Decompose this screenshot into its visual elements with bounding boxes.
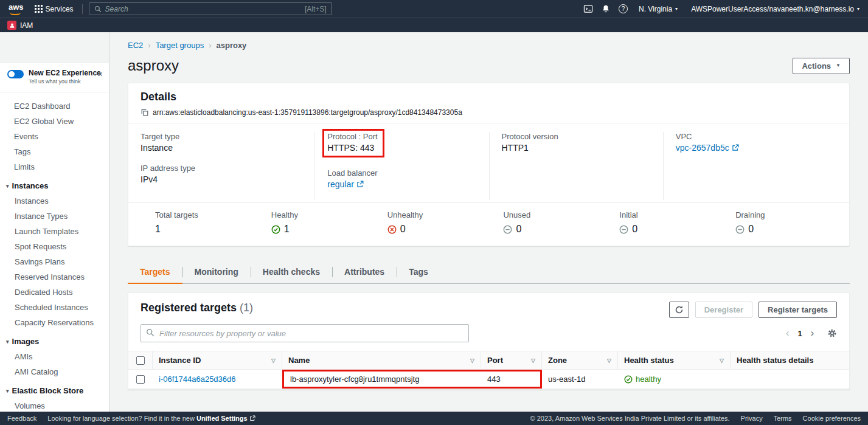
sidebar-section-elastic-block-store[interactable]: ▾ Elastic Block Store (0, 382, 109, 398)
breadcrumb-current: asproxy (216, 41, 246, 50)
tab-targets[interactable]: Targets (128, 261, 182, 284)
next-page-icon[interactable]: › (811, 328, 814, 338)
notifications-bell-icon[interactable] (602, 4, 610, 13)
breadcrumb-ec2[interactable]: EC2 (128, 41, 143, 50)
new-experience-panel: New EC2 Experience Tell us what you thin… (0, 63, 109, 92)
sidebar-item-volumes[interactable]: Volumes (0, 398, 109, 412)
copy-icon[interactable] (141, 108, 149, 117)
registered-targets-card: Registered targets (1) Deregister Regist… (128, 292, 850, 390)
chevron-down-icon: ▼ (836, 63, 841, 68)
sidebar-item-reserved-instances[interactable]: Reserved Instances (0, 269, 109, 285)
registered-targets-title: Registered targets (1) (141, 302, 253, 314)
services-grid-icon (35, 5, 43, 13)
field-protocol-port: Protocol : Port HTTPS: 443 (327, 132, 479, 157)
aws-logo[interactable]: aws (6, 3, 26, 15)
tab-tags[interactable]: Tags (397, 261, 440, 283)
column-label: Zone (548, 356, 567, 365)
row-checkbox[interactable] (136, 375, 145, 384)
load-balancer-link[interactable]: regular (327, 179, 364, 189)
previous-page-icon[interactable]: ‹ (786, 328, 789, 338)
sidebar-item-amis[interactable]: AMIs (0, 349, 109, 364)
target-zone-cell: us-east-1d (542, 370, 618, 389)
feedback-link[interactable]: Feedback (7, 415, 36, 422)
chevron-down-icon: ▾ (6, 388, 9, 394)
select-all-checkbox[interactable] (136, 356, 145, 365)
sidebar-top-spacer (0, 32, 109, 63)
column-header-zone[interactable]: Zone ▽ (542, 351, 618, 369)
field-label: VPC (676, 132, 827, 141)
sidebar-item-ec2-global-view[interactable]: EC2 Global View (0, 114, 109, 129)
actions-button[interactable]: Actions ▼ (793, 58, 850, 74)
column-header-health-status[interactable]: Health status ▽ (618, 351, 731, 369)
annotation-box-protocol-port: Protocol : Port HTTPS: 443 (322, 129, 384, 157)
favorite-iam-link[interactable]: IAM (20, 21, 33, 30)
terms-link[interactable]: Terms (774, 415, 792, 422)
sidebar-item-dedicated-hosts[interactable]: Dedicated Hosts (0, 285, 109, 300)
tab-monitoring[interactable]: Monitoring (182, 261, 251, 283)
column-label: Port (487, 356, 503, 365)
deregister-button[interactable]: Deregister (695, 302, 752, 318)
sidebar-item-instance-types[interactable]: Instance Types (0, 209, 109, 224)
sidebar-item-scheduled-instances[interactable]: Scheduled Instances (0, 300, 109, 315)
section-title: Elastic Block Store (12, 386, 84, 395)
sidebar-item-capacity-reservations[interactable]: Capacity Reservations (0, 315, 109, 330)
sidebar-section-instances[interactable]: ▾ Instances (0, 177, 109, 193)
cloudshell-icon[interactable] (583, 4, 593, 13)
sidebar-item-instances[interactable]: Instances (0, 193, 109, 209)
sidebar-item-tags[interactable]: Tags (0, 144, 109, 159)
page-number[interactable]: 1 (797, 329, 802, 338)
preferences-gear-icon[interactable] (827, 328, 837, 338)
sidebar-item-events[interactable]: Events (0, 129, 109, 144)
search-input[interactable] (105, 5, 301, 13)
chevron-down-icon: ▾ (6, 183, 9, 189)
sidebar-item-limits[interactable]: Limits (0, 159, 109, 174)
register-targets-button[interactable]: Register targets (759, 302, 837, 318)
stat-label: Total targets (155, 210, 257, 219)
unified-settings-link[interactable]: Unified Settings (196, 415, 255, 422)
column-header-name[interactable]: Name ▽ (282, 351, 481, 369)
cookie-preferences-link[interactable]: Cookie preferences (803, 415, 861, 422)
tab-health-checks[interactable]: Health checks (251, 261, 332, 283)
sort-icon[interactable]: ▽ (531, 358, 535, 364)
sort-icon[interactable]: ▽ (607, 358, 611, 364)
stat-label: Initial (619, 210, 721, 219)
privacy-link[interactable]: Privacy (741, 415, 763, 422)
column-header-instance-id[interactable]: Instance ID ▽ (153, 351, 282, 369)
sort-icon[interactable]: ▽ (720, 358, 724, 364)
sidebar-item-launch-templates[interactable]: Launch Templates (0, 224, 109, 239)
tab-attributes[interactable]: Attributes (332, 261, 397, 283)
services-menu[interactable]: Services (32, 0, 76, 18)
sort-icon[interactable]: ▽ (470, 358, 474, 364)
close-icon[interactable]: × (98, 70, 103, 78)
global-search[interactable]: [Alt+S] (89, 2, 332, 15)
instance-id-link[interactable]: i-06f1744a6a25d36d6 (159, 375, 236, 384)
sidebar-section-images[interactable]: ▾ Images (0, 333, 109, 349)
pagination: ‹ 1 › (786, 328, 837, 338)
help-icon[interactable]: ? (619, 4, 628, 13)
services-label: Services (46, 5, 74, 13)
sort-icon[interactable]: ▽ (271, 358, 276, 364)
new-experience-toggle[interactable] (7, 70, 24, 78)
refresh-button[interactable] (669, 302, 689, 318)
registered-targets-count: (1) (240, 302, 253, 314)
region-selector[interactable]: N. Virginia ▾ (636, 5, 680, 13)
column-header-port[interactable]: Port ▽ (481, 351, 542, 369)
field-value: vpc-2657db5c (676, 143, 729, 153)
neutral-minus-icon (735, 225, 745, 234)
breadcrumb-target-groups[interactable]: Target groups (156, 41, 204, 50)
stat-value: 0 (748, 224, 754, 235)
stat-value: 1 (155, 224, 161, 235)
neutral-minus-icon (503, 225, 512, 234)
sidebar-item-spot-requests[interactable]: Spot Requests (0, 239, 109, 254)
new-experience-subtitle[interactable]: Tell us what you think (29, 78, 101, 85)
sidebar-item-ec2-dashboard[interactable]: EC2 Dashboard (0, 98, 109, 114)
sidebar-item-ami-catalog[interactable]: AMI Catalog (0, 364, 109, 379)
account-menu[interactable]: AWSPowerUserAccess/navaneeth.kn@harness.… (689, 5, 862, 13)
vpc-link[interactable]: vpc-2657db5c (676, 143, 739, 153)
filter-input[interactable] (141, 324, 469, 342)
column-label: Name (288, 356, 310, 365)
field-vpc: VPC vpc-2657db5c (676, 132, 827, 153)
column-label: Health status details (737, 356, 813, 365)
stat-value: 0 (632, 224, 637, 235)
sidebar-item-savings-plans[interactable]: Savings Plans (0, 254, 109, 269)
